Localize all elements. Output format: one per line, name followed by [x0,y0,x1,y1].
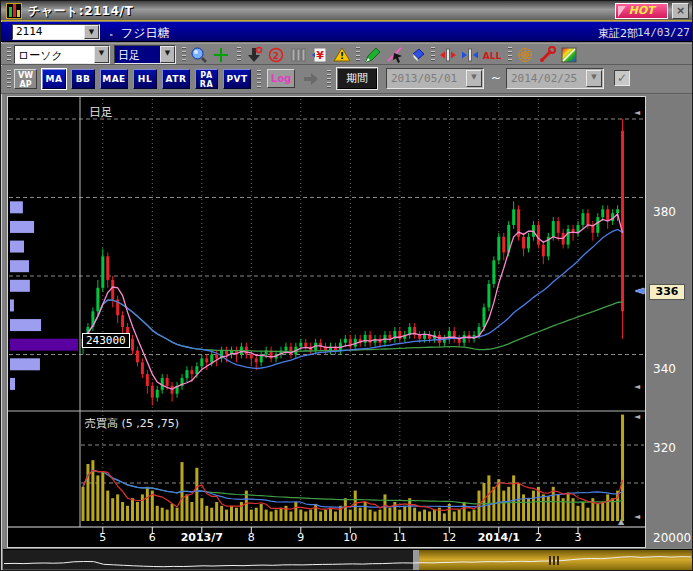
volume-pane-label: 売買高 (5 ,25 ,75) [85,416,179,431]
app-chart-icon [6,3,22,19]
log-scale-button[interactable]: Log [267,69,295,88]
scroll-left-arrow-icon[interactable]: ◄ [634,513,640,521]
fit-time-icon[interactable] [460,45,480,64]
date-from-value: 2013/05/01 [391,72,457,85]
svg-text:5: 5 [99,531,106,544]
price-tick-380: 380 [653,205,676,219]
crosshair-icon[interactable] [211,45,231,64]
fit-price-icon[interactable] [438,45,458,64]
timeframe-value: 日足 [118,48,140,63]
svg-text:!: ! [340,51,344,61]
order-2-icon[interactable]: 2 [266,45,286,64]
stock-name: フジ日糖 [121,25,170,42]
current-price-arrow-icon: ◄ [635,283,644,297]
zoom-icon[interactable] [189,45,209,64]
toolbar-grip[interactable] [508,47,512,63]
svg-text:¥: ¥ [316,49,324,62]
current-price-label: 336 [649,284,685,300]
pipe-arrow-icon[interactable] [301,69,321,88]
toolbar-grip[interactable] [182,47,186,63]
scroll-left-arrow-icon[interactable]: ◄ [634,109,640,117]
volume-profile-value-label: 243000 [82,333,130,348]
svg-text:10: 10 [343,531,357,544]
date-from-field[interactable]: 2013/05/01 ▼ [386,68,484,89]
title-bar: チャート:2114/T HOT × [1,1,693,21]
svg-text:2014/1: 2014/1 [478,531,520,544]
toolbar-grip[interactable] [431,47,435,63]
chart-type-value: ローソク [18,48,63,63]
toolbar-grip[interactable] [7,47,11,63]
window-title: チャート:2114/T [28,3,133,20]
chart-toolbar: ローソク ▼ 日足 ▼ 2 ¥ ! [1,43,693,65]
market-label: 東証2部 [598,26,638,41]
yen-flag-icon[interactable]: ¥ [310,45,330,64]
period-button[interactable]: 期間 [337,68,377,89]
eraser-icon[interactable] [407,45,427,64]
timeframe-combobox[interactable]: 日足 ▼ [114,45,176,64]
date-to-field[interactable]: 2014/02/25 ▼ [506,68,604,89]
price-tick-340: 340 [653,362,676,376]
web-icon[interactable] [515,45,535,64]
svg-text:11: 11 [393,531,407,544]
price-tick-320: 320 [653,441,676,455]
toolbar-grip[interactable] [356,47,360,63]
date-from-dropdown-arrow-icon[interactable]: ▼ [466,70,482,87]
chart-window: チャート:2114/T HOT × ▼ 。 フジ日糖 東証2部 14/03/27… [0,0,693,571]
close-button[interactable]: × [672,3,689,19]
date-to-dropdown-arrow-icon[interactable]: ▼ [586,70,602,87]
svg-text:2: 2 [535,531,542,544]
bullet-icon: 。 [109,25,119,39]
chart-type-combobox[interactable]: ローソク ▼ [14,45,110,64]
hot-badge[interactable]: HOT [615,3,668,19]
color-palette-icon[interactable] [559,45,579,64]
wrench-settings-icon[interactable] [537,45,557,64]
volume-tick-20000: 20000 [653,531,691,545]
svg-text:6: 6 [149,531,156,544]
quote-date: 14/03/27 [637,26,690,39]
toolbar-grip[interactable] [257,70,261,88]
trendline-cursor-icon[interactable] [385,45,405,64]
grid-icon[interactable] [288,45,308,64]
svg-text:ALL: ALL [483,51,502,61]
period-toolbar: Log 期間 2013/05/01 ▼ ~ 2014/02/25 ▼ ✓ [1,66,693,94]
range-separator: ~ [491,71,501,85]
svg-text:3: 3 [575,531,582,544]
chart-canvas[interactable]: 562013/7891011122014/123 日足 売買高 (5 ,25 ,… [7,96,646,548]
price-pane-label: 日足 [89,104,113,121]
chart-frame: 562013/7891011122014/123 日足 売買高 (5 ,25 ,… [5,95,691,548]
toolbar-grip[interactable] [237,47,241,63]
show-all-icon[interactable]: ALL [482,45,502,64]
date-to-value: 2014/02/25 [511,72,577,85]
scroll-left-arrow-icon[interactable]: ◄ [634,413,640,421]
svg-text:9: 9 [297,531,304,544]
price-volume-chart[interactable]: 562013/7891011122014/123 [8,97,645,547]
period-checkbox[interactable]: ✓ [614,70,630,86]
svg-text:2: 2 [273,51,279,61]
toolbar-grip[interactable] [327,70,331,88]
quote-bar: ▼ 。 フジ日糖 東証2部 14/03/27 [1,22,693,42]
svg-text:12: 12 [442,531,456,544]
svg-text:2013/7: 2013/7 [181,531,223,544]
chart-type-dropdown-arrow-icon[interactable]: ▼ [94,46,109,63]
symbol-input[interactable] [14,25,80,38]
scroll-up-arrow-icon[interactable]: ▲ [618,518,624,526]
pencil-draw-icon[interactable] [363,45,383,64]
scroll-left-arrow-icon[interactable]: ◄ [634,383,640,391]
alert-triangle-icon[interactable]: ! [332,45,352,64]
symbol-combobox[interactable]: ▼ [12,24,100,40]
timeframe-dropdown-arrow-icon[interactable]: ▼ [160,46,175,63]
minimap-sparkline [3,550,692,571]
minimap-grip[interactable] [549,556,561,565]
range-minimap[interactable] [3,549,692,570]
capture-download-icon[interactable] [244,45,264,64]
symbol-dropdown-arrow-icon[interactable]: ▼ [84,25,99,39]
svg-text:8: 8 [248,531,255,544]
